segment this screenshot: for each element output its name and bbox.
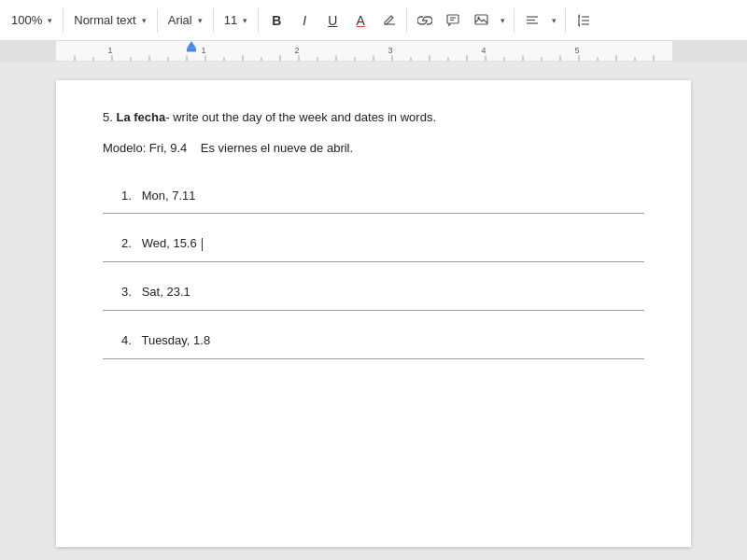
- style-dropdown[interactable]: Normal text ▾: [68, 9, 151, 31]
- ruler: 1 1 2 3 4 5: [0, 41, 747, 62]
- divider-3: [213, 8, 214, 33]
- question-title: 5. La fecha- write out the day of the we…: [103, 108, 644, 128]
- document[interactable]: 5. La fecha- write out the day of the we…: [56, 80, 691, 547]
- divider-1: [63, 8, 63, 33]
- svg-rect-5: [475, 15, 487, 24]
- svg-text:4: 4: [481, 47, 486, 56]
- svg-rect-56: [187, 49, 196, 52]
- font-color-icon: A: [357, 13, 365, 28]
- item-3-number: 3.: [121, 285, 132, 299]
- spacer-1: [103, 217, 644, 225]
- size-label: 11: [224, 13, 237, 27]
- text-cursor: [202, 238, 203, 251]
- linespacing-button[interactable]: [571, 7, 597, 34]
- font-label: Arial: [168, 13, 192, 27]
- align-chevron: ▾: [552, 16, 557, 25]
- link-button[interactable]: [412, 7, 438, 34]
- size-dropdown[interactable]: 11 ▾: [218, 9, 253, 31]
- image-button[interactable]: [468, 7, 494, 34]
- svg-text:5: 5: [574, 47, 579, 56]
- svg-text:2: 2: [294, 47, 299, 56]
- question-rest-text: - write out the day of the week and date…: [165, 110, 436, 124]
- zoom-label: 100%: [11, 13, 42, 27]
- italic-button[interactable]: I: [291, 7, 317, 34]
- item-4-line: [103, 358, 644, 359]
- item-1-text: Mon, 7.11: [142, 189, 196, 203]
- svg-text:3: 3: [388, 47, 392, 56]
- zoom-chevron: ▾: [48, 16, 52, 25]
- item-2-line: [103, 261, 644, 262]
- font-color-button[interactable]: A: [347, 7, 374, 34]
- image-icon: [474, 14, 488, 26]
- font-dropdown[interactable]: Arial ▾: [162, 9, 208, 31]
- svg-text:1: 1: [107, 47, 112, 56]
- svg-rect-16: [672, 41, 747, 61]
- spacer-3: [103, 315, 644, 322]
- comment-icon: [446, 14, 459, 27]
- modelo-label: Modelo: Fri, 9.4: [103, 141, 187, 155]
- question-bold-text: La fecha: [116, 110, 165, 124]
- toolbar: 100% ▾ Normal text ▾ Arial ▾ 11 ▾ B I U …: [0, 0, 747, 41]
- svg-rect-15: [0, 41, 56, 61]
- align-icon: [526, 15, 539, 26]
- modelo-line: Modelo: Fri, 9.4 Es viernes el nueve de …: [103, 139, 644, 159]
- pen-icon: [382, 14, 395, 27]
- linespacing-icon: [577, 14, 590, 27]
- divider-6: [514, 8, 514, 33]
- item-1-line: [103, 213, 644, 214]
- answer-item-3: 3. Sat, 23.1: [103, 273, 644, 311]
- alignment-button[interactable]: [519, 7, 545, 34]
- item-4-text: Tuesday, 1.8: [141, 333, 210, 347]
- item-2-text: Wed, 15.6: [142, 236, 197, 250]
- bold-button[interactable]: B: [263, 7, 289, 34]
- style-chevron: ▾: [142, 16, 147, 25]
- item-2-label: 2. Wed, 15.6: [103, 225, 644, 261]
- ruler-svg: 1 1 2 3 4 5: [0, 41, 747, 61]
- item-4-label: 4. Tuesday, 1.8: [103, 322, 644, 358]
- underline-button[interactable]: U: [319, 7, 345, 34]
- svg-text:1: 1: [201, 47, 205, 56]
- main-area: 5. La fecha- write out the day of the we…: [0, 62, 747, 560]
- svg-rect-2: [447, 15, 458, 23]
- item-1-number: 1.: [121, 189, 132, 203]
- divider-7: [565, 8, 566, 33]
- divider-2: [157, 8, 158, 33]
- link-icon: [417, 15, 432, 26]
- divider-5: [406, 8, 407, 33]
- image-dropdown[interactable]: ▾: [496, 7, 509, 34]
- alignment-dropdown[interactable]: ▾: [547, 7, 560, 34]
- question-number: 5.: [103, 110, 113, 124]
- item-4-number: 4.: [121, 333, 132, 347]
- size-chevron: ▾: [243, 16, 247, 25]
- style-label: Normal text: [74, 13, 135, 27]
- answer-item-1: 1. Mon, 7.11: [103, 177, 644, 215]
- item-1-label: 1. Mon, 7.11: [103, 177, 644, 214]
- comment-button[interactable]: [440, 7, 466, 34]
- image-chevron: ▾: [500, 16, 505, 25]
- divider-4: [258, 8, 259, 33]
- modelo-answer: Es viernes el nueve de abril.: [201, 141, 353, 155]
- answer-item-4: 4. Tuesday, 1.8: [103, 322, 644, 359]
- answer-item-2: 2. Wed, 15.6: [103, 225, 644, 262]
- item-3-label: 3. Sat, 23.1: [103, 273, 644, 310]
- font-chevron: ▾: [198, 16, 203, 25]
- item-2-number: 2.: [121, 236, 132, 250]
- highlight-button[interactable]: [375, 7, 402, 34]
- spacer-2: [103, 266, 644, 273]
- item-3-text: Sat, 23.1: [142, 285, 190, 299]
- zoom-dropdown[interactable]: 100% ▾: [6, 9, 58, 31]
- item-3-line: [103, 310, 644, 311]
